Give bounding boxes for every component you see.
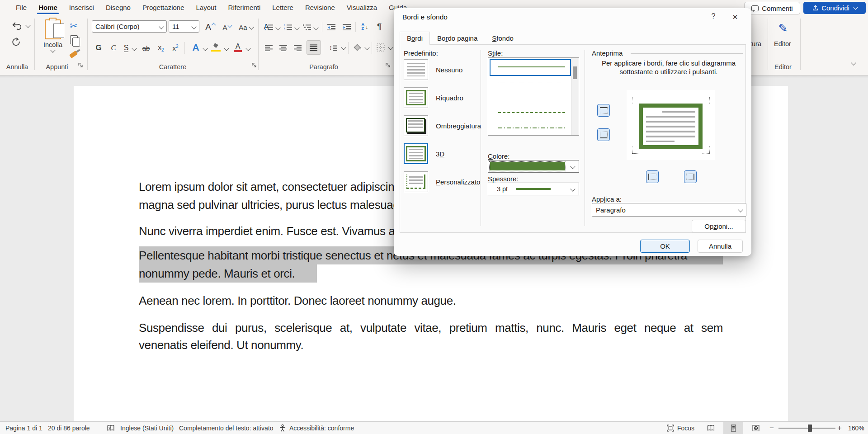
grow-font-button[interactable]: A bbox=[203, 21, 218, 33]
align-right-button[interactable] bbox=[292, 42, 304, 54]
borders-chevron[interactable] bbox=[388, 45, 393, 50]
apply-to-select[interactable]: Paragrafo bbox=[592, 203, 746, 217]
text-effects-button[interactable]: A bbox=[189, 41, 203, 54]
text-line[interactable]: Suspendisse dui purus, scelerisque at, v… bbox=[139, 319, 723, 337]
text-effects-chevron[interactable] bbox=[203, 46, 208, 51]
scrollbar-thumb[interactable] bbox=[573, 66, 577, 79]
collapse-ribbon-chevron[interactable] bbox=[851, 60, 856, 65]
align-left-button[interactable] bbox=[263, 42, 275, 54]
text-line[interactable]: Nunc viverra imperdiet enim. Fusce est. … bbox=[139, 222, 428, 240]
cut-button[interactable]: ✂ bbox=[68, 20, 80, 32]
cancel-button[interactable]: Annulla bbox=[698, 240, 743, 253]
paste-button[interactable]: Incolla bbox=[39, 19, 67, 62]
dialog-close-button[interactable]: ✕ bbox=[727, 11, 743, 24]
font-dialog-launcher[interactable] bbox=[251, 62, 258, 69]
options-button[interactable]: Opzioni... bbox=[692, 220, 746, 233]
ok-button[interactable]: OK bbox=[640, 240, 690, 253]
width-select[interactable]: 3 pt bbox=[488, 183, 579, 195]
setting-none-label[interactable]: Nessuno bbox=[436, 66, 462, 74]
font-size-select[interactable]: 11 bbox=[169, 20, 199, 33]
copy-button[interactable] bbox=[68, 34, 80, 46]
paragraph-dialog-launcher[interactable] bbox=[385, 62, 392, 69]
text-line[interactable]: Aenean nec lorem. In porttitor. Donec la… bbox=[139, 292, 456, 310]
zoom-level[interactable]: 160% bbox=[848, 422, 864, 434]
preview-diagram[interactable] bbox=[627, 90, 715, 160]
read-mode-button[interactable] bbox=[701, 422, 721, 434]
menu-visualizza[interactable]: Visualizza bbox=[341, 0, 383, 15]
highlight-chevron[interactable] bbox=[224, 46, 229, 51]
word-count[interactable]: 20 di 86 parole bbox=[48, 422, 90, 434]
share-dropdown-chevron[interactable] bbox=[853, 5, 858, 10]
underline-chevron[interactable] bbox=[132, 46, 137, 51]
superscript-button[interactable]: x2 bbox=[169, 42, 182, 54]
text-completion-indicator[interactable]: Completamento del testo: attivato bbox=[179, 422, 274, 434]
menu-layout[interactable]: Layout bbox=[190, 0, 222, 15]
setting-custom-label[interactable]: Personalizzato bbox=[436, 178, 480, 186]
bullet-list-chevron[interactable] bbox=[275, 25, 280, 30]
subscript-button[interactable]: x2 bbox=[155, 42, 167, 54]
print-layout-button[interactable] bbox=[723, 422, 743, 434]
style-option-dashed-fine[interactable] bbox=[498, 97, 565, 97]
zoom-in-button[interactable]: + bbox=[837, 422, 842, 434]
language-indicator[interactable]: Inglese (Stati Uniti) bbox=[120, 422, 174, 434]
increase-indent-button[interactable] bbox=[340, 21, 354, 33]
menu-revisione[interactable]: Revisione bbox=[299, 0, 341, 15]
comments-button[interactable]: Commenti bbox=[744, 2, 800, 14]
zoom-out-button[interactable]: − bbox=[769, 422, 774, 434]
bold-button[interactable]: G bbox=[93, 42, 104, 54]
page-indicator[interactable]: Pagina 1 di 1 bbox=[5, 422, 42, 434]
line-spacing-chevron[interactable] bbox=[341, 45, 346, 50]
menu-progettazione[interactable]: Progettazione bbox=[137, 0, 190, 15]
menu-lettere[interactable]: Lettere bbox=[266, 0, 299, 15]
format-painter-button[interactable] bbox=[67, 48, 80, 60]
style-option-dotted[interactable] bbox=[498, 82, 565, 82]
strikethrough-button[interactable]: ab bbox=[139, 42, 153, 54]
shrink-font-button[interactable]: A bbox=[220, 21, 234, 33]
multilevel-list-button[interactable] bbox=[301, 21, 313, 33]
editor-button[interactable]: ✎ bbox=[774, 18, 792, 38]
style-option-solid[interactable] bbox=[498, 66, 565, 67]
italic-button[interactable]: C bbox=[108, 42, 119, 54]
change-case-button[interactable]: Aa bbox=[237, 21, 255, 33]
focus-mode-button[interactable]: Focus bbox=[677, 422, 694, 434]
menu-home[interactable]: Home bbox=[33, 0, 63, 15]
underline-button[interactable]: S bbox=[121, 42, 131, 54]
paste-dropdown-chevron[interactable] bbox=[50, 47, 55, 52]
multilevel-list-chevron[interactable] bbox=[313, 25, 318, 30]
bullet-list-button[interactable] bbox=[263, 21, 275, 33]
setting-shadow-icon[interactable] bbox=[404, 115, 428, 136]
zoom-slider-track[interactable] bbox=[778, 428, 835, 429]
text-line[interactable]: venenatis eleifend. Ut nonummy. bbox=[139, 336, 303, 354]
font-color-chevron[interactable] bbox=[245, 46, 250, 51]
text-line-selected[interactable]: nonummy pede. Mauris et orci. bbox=[139, 264, 317, 283]
undo-button[interactable] bbox=[9, 19, 24, 32]
tab-sfondo[interactable]: Sfondo bbox=[485, 32, 521, 44]
highlight-button[interactable] bbox=[210, 41, 222, 54]
left-border-button[interactable] bbox=[646, 170, 659, 183]
style-option-dash-dot[interactable] bbox=[498, 127, 565, 128]
color-select[interactable] bbox=[488, 160, 579, 173]
line-spacing-button[interactable]: ↕ bbox=[326, 41, 340, 54]
tab-bordo-pagina[interactable]: Bordo pagina bbox=[430, 32, 485, 44]
menu-file[interactable]: File bbox=[10, 0, 33, 15]
menu-riferimenti[interactable]: Riferimenti bbox=[222, 0, 267, 15]
editor-button-label[interactable]: Editor bbox=[769, 40, 797, 47]
numbered-list-chevron[interactable] bbox=[294, 25, 299, 30]
share-button[interactable]: Condividi bbox=[803, 2, 866, 14]
font-color-button[interactable]: A bbox=[231, 41, 244, 54]
align-center-button[interactable] bbox=[278, 42, 289, 54]
setting-box-icon[interactable] bbox=[404, 87, 428, 108]
zoom-slider-thumb[interactable] bbox=[808, 425, 812, 432]
menu-inserisci[interactable]: Inserisci bbox=[63, 0, 100, 15]
menu-disegno[interactable]: Disegno bbox=[100, 0, 137, 15]
undo-menu-chevron[interactable] bbox=[25, 23, 30, 28]
style-option-dashed[interactable] bbox=[498, 112, 565, 113]
setting-custom-icon[interactable] bbox=[404, 171, 428, 192]
tab-bordi[interactable]: Bordi bbox=[400, 32, 430, 45]
proofing-icon[interactable] bbox=[107, 424, 115, 432]
bottom-border-button[interactable] bbox=[597, 128, 610, 141]
borders-button[interactable] bbox=[374, 41, 387, 54]
setting-shadow-label[interactable]: Ombreggiatura bbox=[436, 122, 481, 130]
clipboard-dialog-launcher[interactable] bbox=[78, 62, 84, 69]
preview-border-box[interactable] bbox=[639, 104, 703, 149]
